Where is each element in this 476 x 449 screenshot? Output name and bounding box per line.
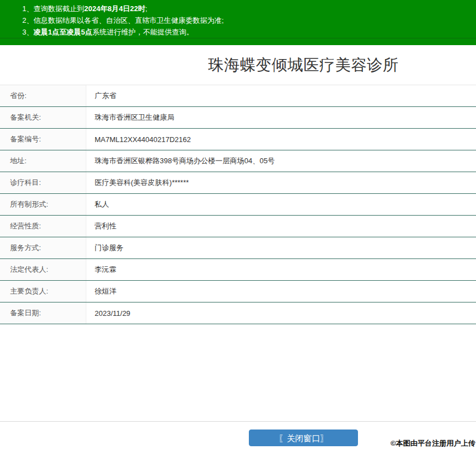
notice-line-2: 2、信息数据结果以各省、自治区、直辖市卫生健康委数据为准;	[22, 14, 470, 26]
notice-line-2-text: 信息数据结果以各省、自治区、直辖市卫生健康委数据为准;	[33, 16, 224, 25]
footer-divider	[0, 421, 476, 422]
page-title: 珠海蝶变倾城医疗美容诊所	[131, 54, 476, 76]
table-row-treatment-subjects: 诊疗科目: 医疗美容科(美容皮肤科)******	[0, 172, 476, 194]
field-value: 私人	[86, 194, 476, 215]
table-row-main-person-in-charge: 主要负责人: 徐烜洋	[0, 281, 476, 302]
notice-header-bottom-strip	[0, 38, 476, 45]
field-value: 2023/11/29	[86, 302, 476, 324]
notice-line-1-text: 查询数据截止到	[33, 4, 84, 13]
field-value: 营利性	[86, 216, 476, 237]
field-label: 经营性质:	[0, 216, 86, 237]
field-label: 备案编号:	[0, 129, 86, 150]
field-value: MA7ML12XX44040217D2162	[86, 129, 476, 150]
table-row-filing-number: 备案编号: MA7ML12XX44040217D2162	[0, 129, 476, 150]
table-row-address: 地址: 珠海市香洲区银桦路398号商场办公楼一层商场04、05号	[0, 150, 476, 172]
field-label: 法定代表人:	[0, 259, 86, 280]
notice-line-2-number: 2、	[22, 16, 33, 25]
field-label: 诊疗科目:	[0, 172, 86, 193]
field-value: 珠海市香洲区银桦路398号商场办公楼一层商场04、05号	[86, 150, 476, 172]
table-row-service-mode: 服务方式: 门诊服务	[0, 237, 476, 259]
notice-line-3-suffix: 系统进行维护，不能提供查询。	[92, 28, 194, 36]
field-value: 医疗美容科(美容皮肤科)******	[86, 172, 476, 193]
field-label: 主要负责人:	[0, 281, 86, 302]
close-window-button[interactable]: 〖关闭窗口〗	[249, 430, 358, 446]
table-row-legal-representative: 法定代表人: 李沅霖	[0, 259, 476, 281]
notice-line-1-bold-text: 2024年8月4日22时	[84, 4, 145, 13]
notice-header: 1、查询数据截止到2024年8月4日22时; 2、信息数据结果以各省、自治区、直…	[0, 0, 476, 45]
notice-line-1: 1、查询数据截止到2024年8月4日22时;	[22, 3, 470, 14]
field-value: 广东省	[86, 85, 476, 106]
notice-lines: 1、查询数据截止到2024年8月4日22时; 2、信息数据结果以各省、自治区、直…	[0, 0, 476, 38]
table-row-filing-date: 备案日期: 2023/11/29	[0, 302, 476, 324]
field-label: 备案日期:	[0, 302, 86, 324]
table-row-filing-authority: 备案机关: 珠海市香洲区卫生健康局	[0, 107, 476, 129]
notice-line-3: 3、凌晨1点至凌晨5点系统进行维护，不能提供查询。	[22, 26, 470, 38]
table-row-ownership-form: 所有制形式: 私人	[0, 194, 476, 216]
field-label: 省份:	[0, 85, 86, 106]
field-value: 珠海市香洲区卫生健康局	[86, 107, 476, 128]
field-label: 备案机关:	[0, 107, 86, 128]
field-value: 徐烜洋	[86, 281, 476, 302]
field-label: 服务方式:	[0, 237, 86, 258]
notice-line-1-number: 1、	[22, 4, 33, 13]
notice-line-3-bold-text: 凌晨1点至凌晨5点	[33, 28, 92, 36]
uploader-watermark: ©本图由平台注册用户上传	[390, 438, 475, 448]
notice-line-3-number: 3、	[22, 28, 33, 36]
field-value: 门诊服务	[86, 237, 476, 258]
field-label: 所有制形式:	[0, 194, 86, 215]
table-row-business-nature: 经营性质: 营利性	[0, 216, 476, 237]
field-value: 李沅霖	[86, 259, 476, 280]
record-detail-table: 省份: 广东省 备案机关: 珠海市香洲区卫生健康局 备案编号: MA7ML12X…	[0, 85, 476, 324]
field-label: 地址:	[0, 150, 86, 172]
notice-line-1-suffix: ;	[145, 4, 148, 13]
table-row-province: 省份: 广东省	[0, 85, 476, 107]
